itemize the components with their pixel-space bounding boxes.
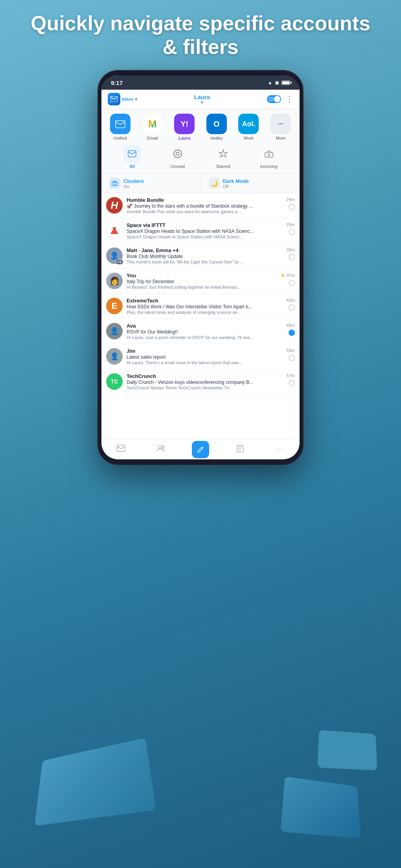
email-item-extreme[interactable]: E ExtremeTech How SSDs Work / Was Our In… (101, 294, 300, 319)
filter-item-starred[interactable]: Starred (215, 145, 232, 169)
filter-label-starred: Starred (216, 164, 230, 169)
email-time-space: 25m (287, 222, 295, 227)
email-item-jim[interactable]: 👤 Jim Latest sales report Hi Laura, Ther… (101, 344, 300, 369)
read-indicator-space (289, 229, 295, 235)
email-sender-humble: Humble Bundle (127, 197, 283, 203)
read-indicator-matt (289, 254, 295, 260)
account-item-hobby[interactable]: Ο Hobby (206, 114, 227, 140)
phone-screen: 9:17 ▲ ▣ (101, 76, 300, 459)
avatar-space (106, 222, 123, 239)
filter-label-unread: Unread (171, 164, 185, 169)
clusters-toggle[interactable]: Clusters On (101, 174, 201, 193)
email-meta-extreme: 42m (287, 298, 295, 311)
email-item-ava[interactable]: 👤 Ava RSVP for Our Wedding!! Hi Laura, J… (101, 319, 300, 344)
status-time: 9:17 (111, 79, 123, 86)
filter-item-all[interactable]: All (123, 145, 141, 169)
svg-point-5 (174, 150, 182, 158)
email-item-techcrunch[interactable]: TC TechCrunch Daily Crunch - Verizon buy… (101, 369, 300, 394)
avatar-techcrunch: TC (106, 373, 123, 390)
email-content-techcrunch: TechCrunch Daily Crunch - Verizon buys v… (127, 373, 283, 390)
svg-rect-4 (128, 151, 136, 157)
nav-tasks[interactable] (232, 441, 249, 458)
email-meta-techcrunch: 57m (287, 373, 295, 386)
email-meta-space: 25m (287, 222, 295, 235)
svg-rect-14 (237, 446, 243, 452)
yahoo-logo: Y! (180, 120, 188, 129)
email-meta-humble: 24m (287, 197, 295, 210)
bg-decoration-1 (35, 738, 156, 826)
app-header: Inbox 4 Laura ▼ ⋮ (101, 90, 300, 109)
svg-point-12 (158, 446, 162, 449)
darkmode-text: Dark Mode Off (223, 178, 249, 189)
filter-icon-unread (169, 145, 186, 162)
nav-compose[interactable] (192, 441, 209, 458)
email-content-matt: Matt · Jane, Emma +4 Book Club Monthly U… (127, 247, 283, 264)
status-icons: ▲ ▣ (268, 80, 290, 85)
account-item-laura[interactable]: Y! Laura (174, 114, 195, 140)
email-item-you[interactable]: 👩 You Italy Trip for December Hi Besties… (101, 269, 300, 294)
email-subject-techcrunch: Daily Crunch - Verizon buys videoconfere… (127, 380, 283, 385)
email-preview-humble: Humble Bundle Pay what you want for awes… (127, 209, 283, 214)
nav-inbox[interactable] (112, 441, 130, 458)
filter-item-incoming[interactable]: Incoming (260, 145, 278, 169)
email-sender-jim: Jim (127, 348, 283, 354)
avatar-matt: 👤 +3 (106, 247, 123, 264)
email-item-humble[interactable]: H Humble Bundle 🚀 Journey to the stars w… (101, 193, 300, 218)
filter-item-unread[interactable]: Unread (169, 145, 186, 169)
darkmode-icon: 🌙 (209, 178, 220, 189)
email-time-ava: 45m (287, 323, 295, 328)
account-item-gmail[interactable]: M Gmail (142, 114, 162, 140)
app-logo-icon (108, 93, 120, 105)
people-nav-icon (156, 445, 165, 454)
email-meta-matt: 33m (287, 247, 295, 260)
avatar-ava: 👤 (106, 323, 123, 339)
filter-icon-all (123, 145, 141, 162)
app-logo: Inbox 4 (108, 93, 137, 105)
account-dropdown-arrow: ▼ (194, 100, 210, 105)
account-item-work[interactable]: Aol. Work (238, 114, 259, 140)
more-options-icon[interactable]: ⋮ (286, 95, 293, 103)
svg-point-6 (176, 152, 179, 155)
nav-more[interactable]: ··· (271, 441, 289, 458)
account-label-work: Work (244, 136, 254, 140)
nav-people[interactable] (152, 441, 169, 458)
header-center[interactable]: Laura ▼ (194, 94, 210, 105)
email-sender-space: Space via IFTTT (127, 222, 283, 228)
unread-toggle[interactable] (267, 95, 281, 103)
email-preview-space: SpaceX Dragon Heads to Space Station wit… (127, 234, 283, 239)
account-item-unified[interactable]: Unified (110, 114, 131, 140)
email-content-you: You Italy Trip for December Hi Besties! … (127, 273, 277, 289)
screen-icon: ▣ (275, 80, 279, 85)
email-time-techcrunch: 57m (287, 373, 295, 378)
account-icon-unified (110, 114, 131, 134)
svg-point-13 (162, 446, 164, 448)
email-time-you: 37m (287, 273, 295, 278)
email-content-space: Space via IFTTT SpaceX Dragon Heads to S… (127, 222, 283, 239)
darkmode-toggle[interactable]: 🌙 Dark Mode Off (201, 174, 300, 193)
avatar-you: 👩 (106, 273, 123, 289)
email-sender-techcrunch: TechCrunch (127, 373, 283, 379)
filter-label-all: All (129, 164, 135, 169)
account-item-more[interactable]: ··· More (270, 114, 291, 140)
email-item-matt[interactable]: 👤 +3 Matt · Jane, Emma +4 Book Club Mont… (101, 243, 300, 269)
email-meta-you: ★ 37m (281, 273, 295, 286)
bottom-nav: ··· (101, 439, 300, 459)
account-icon-gmail: M (142, 114, 162, 134)
darkmode-sub: Off (223, 184, 249, 189)
account-name: Laura (194, 94, 210, 100)
aol-logo: Aol. (242, 120, 255, 128)
page-header: Quickly navigate specific accounts & fil… (0, 12, 401, 59)
email-subject-extreme: How SSDs Work / Was Our Interstellar Vis… (127, 304, 283, 310)
email-preview-extreme: Plus, the latest news and analysis of em… (127, 310, 283, 315)
email-subject-jim: Latest sales report (127, 354, 283, 360)
email-meta-jim: 55m (287, 348, 295, 361)
email-item-space[interactable]: Space via IFTTT SpaceX Dragon Heads to S… (101, 218, 300, 243)
inbox-badge: Inbox 4 (122, 97, 137, 101)
email-subject-humble: 🚀 Journey to the stars with a bundle of … (127, 203, 283, 209)
filter-icon-starred (215, 145, 232, 162)
avatar-jim: 👤 (106, 348, 123, 365)
svg-rect-11 (117, 445, 125, 452)
email-sender-extreme: ExtremeTech (127, 298, 283, 304)
email-content-ava: Ava RSVP for Our Wedding!! Hi Laura, Jus… (127, 323, 283, 340)
email-preview-techcrunch: TechCrunch Master Terms TechCrunch Newsl… (127, 385, 283, 390)
